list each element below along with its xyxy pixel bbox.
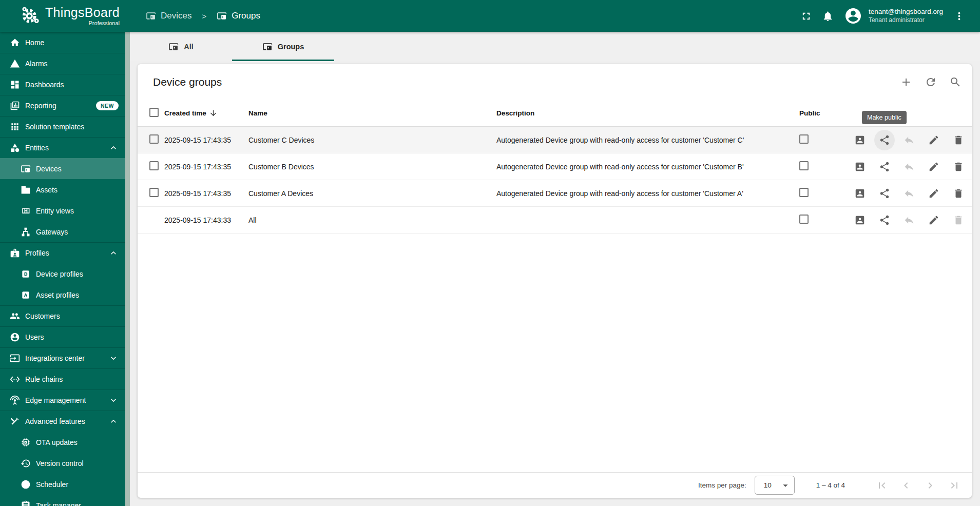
reply-icon	[904, 188, 915, 199]
thingsboard-logo[interactable]: ThingsBoard Professional	[0, 5, 129, 27]
sidebar-item-dashboards[interactable]: Dashboards	[0, 74, 125, 95]
public-header[interactable]: Public	[799, 109, 844, 117]
table-header-row: Created time Name Description Public	[138, 100, 972, 127]
row-select-checkbox[interactable]	[149, 161, 159, 170]
sidebar-item-profiles[interactable]: Profiles	[0, 242, 125, 263]
chevron-up-icon	[108, 248, 119, 258]
advanced-features-icon	[10, 416, 20, 426]
table-row[interactable]: 2025-09-15 17:43:35Customer B DevicesAut…	[138, 153, 972, 180]
edit-icon	[928, 161, 939, 172]
sidebar-item-alarms[interactable]: Alarms	[0, 53, 125, 74]
public-checkbox[interactable]	[799, 134, 809, 144]
user-menu[interactable]: tenant@thingsboard.org Tenant administra…	[869, 7, 943, 24]
open-group-button[interactable]	[850, 130, 870, 150]
open-group-button[interactable]	[850, 157, 870, 177]
make-private-button[interactable]	[899, 157, 919, 177]
home-icon	[10, 37, 20, 48]
edit-icon	[928, 215, 939, 226]
avatar[interactable]	[844, 7, 862, 25]
sidebar-item-asset-profiles[interactable]: Asset profiles	[0, 284, 125, 305]
more-menu-button[interactable]	[948, 5, 970, 27]
edit-group-button[interactable]	[924, 210, 944, 230]
sidebar-item-task-manager[interactable]: Task manager	[0, 495, 125, 506]
integrations-icon	[10, 353, 20, 363]
sidebar-item-entities[interactable]: Entities	[0, 137, 125, 158]
sort-descending-icon	[209, 109, 218, 118]
sidebar-item-ota-updates[interactable]: OTA updates	[0, 432, 125, 453]
sidebar-item-entity-views[interactable]: Entity views	[0, 200, 125, 221]
sidebar-item-label: Advanced features	[25, 417, 85, 425]
make-public-button[interactable]	[874, 210, 895, 230]
edit-group-button[interactable]	[924, 130, 944, 150]
refresh-button[interactable]	[920, 72, 941, 92]
make-private-button[interactable]	[899, 130, 919, 150]
select-all-checkbox[interactable]	[149, 108, 159, 117]
search-button[interactable]	[945, 72, 966, 92]
page-size-select[interactable]: 10	[755, 476, 795, 495]
table-row[interactable]: 2025-09-15 17:43:35Customer A DevicesAut…	[138, 180, 972, 207]
reply-icon	[904, 215, 915, 226]
sidebar-item-edge-management[interactable]: Edge management	[0, 390, 125, 411]
device-groups-card: Device groups Created time Name Descript…	[138, 64, 972, 498]
table-row[interactable]: 2025-09-15 17:43:33All	[138, 207, 972, 233]
table-empty-space	[138, 233, 972, 472]
table-row[interactable]: 2025-09-15 17:43:35Customer C DevicesAut…	[138, 127, 972, 153]
sidebar-item-solution-templates[interactable]: Solution templates	[0, 116, 125, 137]
delete-group-button[interactable]	[948, 183, 969, 204]
public-checkbox[interactable]	[799, 215, 809, 224]
chevron-left-icon	[900, 479, 912, 492]
sidebar-item-gateways[interactable]: Gateways	[0, 221, 125, 242]
chevron-up-icon	[108, 416, 119, 426]
previous-page-button[interactable]	[896, 475, 916, 496]
make-public-button[interactable]	[874, 157, 895, 177]
make-public-button[interactable]	[874, 183, 895, 204]
next-page-button[interactable]	[920, 475, 940, 496]
sidebar-item-home[interactable]: Home	[0, 32, 125, 53]
first-page-button[interactable]	[872, 475, 892, 496]
add-entity-group-button[interactable]	[896, 72, 916, 92]
sidebar-item-version-control[interactable]: Version control	[0, 453, 125, 474]
notifications-button[interactable]	[817, 5, 839, 27]
delete-group-button[interactable]	[948, 130, 969, 150]
make-private-button[interactable]	[899, 183, 919, 204]
description-header[interactable]: Description	[496, 109, 799, 117]
sidebar-item-reporting[interactable]: ReportingNEW	[0, 95, 125, 116]
make-public-button[interactable]	[874, 130, 895, 150]
row-select-checkbox[interactable]	[149, 188, 159, 197]
public-checkbox[interactable]	[799, 188, 809, 197]
sidebar-item-devices[interactable]: Devices	[0, 158, 125, 179]
open-group-button[interactable]	[850, 183, 870, 204]
breadcrumb-devices[interactable]: Devices	[146, 11, 191, 21]
open-group-button[interactable]	[850, 210, 870, 230]
sidebar-item-advanced-features[interactable]: Advanced features	[0, 411, 125, 432]
first-page-icon	[876, 479, 888, 492]
name-cell: Customer B Devices	[248, 163, 314, 171]
sidebar-item-scheduler[interactable]: Scheduler	[0, 474, 125, 495]
sidebar-scrollbar[interactable]	[125, 32, 130, 506]
row-select-checkbox[interactable]	[149, 134, 159, 144]
public-checkbox[interactable]	[799, 161, 809, 170]
breadcrumb-groups[interactable]: Groups	[217, 11, 260, 21]
fullscreen-button[interactable]	[796, 5, 817, 27]
created-time-header[interactable]: Created time	[164, 109, 248, 118]
sidebar-item-rule-chains[interactable]: Rule chains	[0, 368, 125, 390]
edit-group-button[interactable]	[924, 157, 944, 177]
breadcrumb: Devices > Groups	[146, 11, 260, 21]
make-private-button[interactable]	[899, 210, 919, 230]
edit-group-button[interactable]	[924, 183, 944, 204]
sidebar-item-assets[interactable]: Assets	[0, 179, 125, 200]
delete-group-button[interactable]	[948, 157, 969, 177]
tab-groups[interactable]: Groups	[232, 32, 334, 61]
sidebar-item-users[interactable]: Users	[0, 326, 125, 347]
sidebar-item-customers[interactable]: Customers	[0, 305, 125, 326]
tab-all[interactable]: All	[130, 32, 232, 61]
sidebar-item-device-profiles[interactable]: Device profiles	[0, 263, 125, 284]
table-body: 2025-09-15 17:43:35Customer C DevicesAut…	[138, 127, 972, 233]
sidebar-item-label: Task manager	[36, 501, 81, 506]
edit-icon	[928, 188, 939, 199]
last-page-button[interactable]	[944, 475, 965, 496]
sidebar-item-label: Alarms	[25, 60, 48, 68]
sidebar-item-integrations-center[interactable]: Integrations center	[0, 347, 125, 368]
delete-group-button[interactable]	[948, 210, 969, 230]
name-header[interactable]: Name	[248, 109, 496, 117]
